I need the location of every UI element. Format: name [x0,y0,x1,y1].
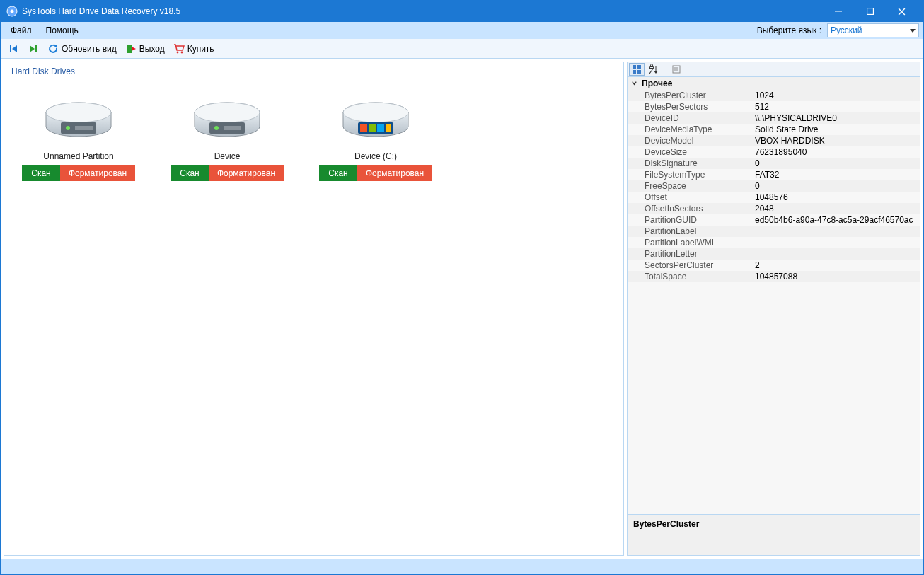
property-value: 2 [755,260,920,270]
svg-point-12 [176,51,178,53]
drive-item[interactable]: Unnamed Partition Скан Форматирован [18,95,139,181]
minimize-button[interactable] [822,1,854,22]
property-key: BytesPerCluster [628,91,755,100]
menu-help[interactable]: Помощь [40,24,84,37]
svg-marker-37 [654,71,658,74]
drive-actions: Скан Форматирован [22,165,135,181]
menubar: Файл Помощь Выберите язык : Русский [1,22,923,39]
property-row[interactable]: SectorsPerCluster 2 [628,260,920,271]
refresh-button[interactable]: Обновить вид [45,42,120,56]
format-button[interactable]: Форматирован [209,165,284,181]
svg-rect-27 [360,124,367,132]
menu-file[interactable]: Файл [5,24,37,37]
prop-alphabetical-button[interactable]: AZ [646,63,662,76]
nav-last-button[interactable] [25,42,42,56]
property-row[interactable]: BytesPerCluster 1024 [628,90,920,101]
drive-item[interactable]: Device Скан Форматирован [167,95,287,181]
property-row[interactable]: PartitionLabel [628,226,920,237]
property-row[interactable]: TotalSpace 104857088 [628,271,920,282]
language-label: Выберите язык : [757,25,821,35]
property-row[interactable]: PartitionGUID ed50b4b6-a90a-47c8-ac5a-29… [628,214,920,226]
svg-point-1 [11,10,14,13]
property-row[interactable]: PartitionLabelWMI [628,237,920,248]
property-key: DiskSignature [628,158,755,168]
app-icon [6,6,18,17]
language-select[interactable]: Русский [827,23,919,37]
property-value: 0 [755,181,920,191]
svg-rect-34 [637,70,641,74]
drive-label: Unnamed Partition [43,151,113,161]
property-key: DeviceID [628,113,755,123]
property-row[interactable]: FreeSpace 0 [628,180,920,192]
property-row[interactable]: Offset 1048576 [628,192,920,203]
scan-button[interactable]: Скан [171,165,209,181]
drive-item[interactable]: Device (C:) Скан Форматирован [316,95,436,181]
property-value: 76231895040 [755,147,920,157]
chevron-down-icon [630,79,637,88]
property-value: 1048576 [755,192,920,202]
svg-rect-32 [637,65,641,69]
drives-header: Hard Disk Drives [4,62,623,81]
property-key: BytesPerSectors [628,102,755,112]
property-value: 1024 [755,91,920,100]
svg-point-20 [195,103,260,122]
property-row[interactable]: DeviceID \\.\PHYSICALDRIVE0 [628,112,920,124]
property-value: 512 [755,102,920,112]
property-row[interactable]: PartitionLetter [628,248,920,260]
property-value: 0 [755,158,920,168]
property-key: OffsetInSectors [628,204,755,214]
property-key: FileSystemType [628,170,755,180]
property-row[interactable]: DiskSignature 0 [628,158,920,169]
prop-categorized-button[interactable] [629,63,645,76]
window-title: SysTools Hard Drive Data Recovery v18.5 [22,6,822,16]
property-key: PartitionLabel [628,226,755,236]
property-row[interactable]: DeviceModel VBOX HARDDISK [628,135,920,146]
property-row[interactable]: BytesPerSectors 512 [628,101,920,112]
svg-point-25 [343,103,408,122]
svg-point-15 [46,103,111,122]
property-value: \\.\PHYSICALDRIVE0 [755,113,920,123]
svg-marker-7 [12,45,17,52]
property-grid[interactable]: Прочее BytesPerCluster 1024 BytesPerSect… [627,77,920,515]
drive-label: Device [214,151,241,161]
drives-list: Unnamed Partition Скан Форматирован Devi… [4,81,623,195]
property-section: Прочее BytesPerCluster 1024 BytesPerSect… [628,77,920,282]
property-section-title: Прочее [642,79,672,88]
drive-actions: Скан Форматирован [171,165,284,181]
svg-point-17 [66,126,70,130]
svg-rect-2 [835,11,842,12]
format-button[interactable]: Форматирован [60,165,135,181]
property-value: VBOX HARDDISK [755,136,920,146]
property-value: 104857088 [755,272,920,281]
buy-button[interactable]: Купить [171,42,217,56]
svg-rect-10 [127,45,132,53]
property-row[interactable]: FileSystemType FAT32 [628,169,920,180]
svg-marker-8 [30,45,35,52]
property-key: DeviceSize [628,147,755,157]
property-key: Offset [628,192,755,202]
prop-pages-button[interactable] [669,63,684,76]
nav-first-button[interactable] [5,42,22,56]
format-button[interactable]: Форматирован [357,165,432,181]
svg-text:Z: Z [649,66,654,74]
scan-button[interactable]: Скан [319,165,357,181]
close-button[interactable] [886,1,918,22]
maximize-button[interactable] [854,1,886,22]
property-key: TotalSpace [628,272,755,281]
property-key: PartitionLabelWMI [628,238,755,248]
scan-button[interactable]: Скан [22,165,60,181]
property-row[interactable]: OffsetInSectors 2048 [628,203,920,214]
exit-button[interactable]: Выход [122,42,168,56]
svg-rect-30 [386,124,391,132]
svg-rect-38 [673,66,680,73]
property-value: Solid State Drive [755,124,920,134]
property-row[interactable]: DeviceSize 76231895040 [628,146,920,158]
property-section-header[interactable]: Прочее [628,77,920,90]
property-key: PartitionLetter [628,249,755,259]
language-value: Русский [831,25,862,35]
titlebar[interactable]: SysTools Hard Drive Data Recovery v18.5 [1,1,923,22]
svg-rect-28 [369,124,376,132]
property-value: FAT32 [755,170,920,180]
property-row[interactable]: DeviceMediaType Solid State Drive [628,124,920,135]
drive-actions: Скан Форматирован [319,165,432,181]
